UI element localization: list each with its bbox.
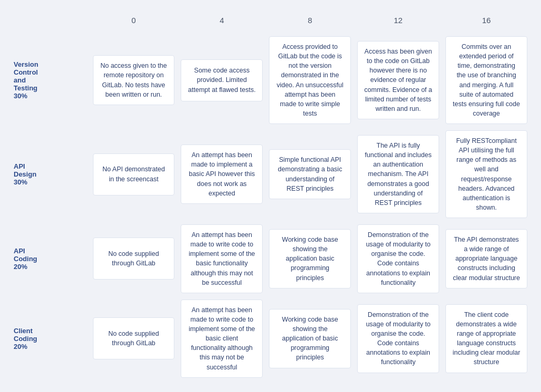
cell-box-r0-c0: No access given to the remote repository…: [93, 55, 175, 105]
row-header-0: Version Control and Testing30%: [11, 33, 90, 127]
cell-r2-c1: An attempt has been made to write code t…: [178, 221, 266, 296]
table-row: API Coding20%No code supplied through Gi…: [11, 221, 530, 296]
cell-box-r1-c1: An attempt has been made to implement a …: [181, 145, 263, 204]
col-header-4: 4: [178, 11, 266, 33]
table-row: API Design30%No API demonstrated in the …: [11, 127, 530, 221]
cell-box-r2-c0: No code supplied through GitLab: [93, 238, 175, 280]
cell-box-r3-c3: Demonstration of the usage of modularity…: [357, 304, 439, 373]
cell-box-r0-c1: Some code access provided. Limited attem…: [181, 59, 263, 101]
col-header-16: 16: [442, 11, 530, 33]
cell-box-r2-c3: Demonstration of the usage of modularity…: [357, 224, 439, 293]
col-header-0: 0: [90, 11, 178, 33]
cell-r1-c1: An attempt has been made to implement a …: [178, 127, 266, 221]
table-row: Version Control and Testing30%No access …: [11, 33, 530, 127]
cell-r2-c3: Demonstration of the usage of modularity…: [354, 221, 442, 296]
rubric-table: 0481216 Version Control and Testing30%No…: [11, 11, 530, 381]
cell-r1-c2: Simple functional API demonstrating a ba…: [266, 127, 354, 221]
cell-box-r2-c4: The API demonstrates a wide range of app…: [445, 229, 527, 288]
cell-box-r3-c0: No code supplied through GitLab: [93, 317, 175, 359]
cell-box-r3-c4: The client code demonstrates a wide rang…: [445, 304, 527, 373]
cell-r3-c0: No code supplied through GitLab: [90, 296, 178, 381]
cell-box-r0-c4: Commits over an extended period of time,…: [445, 36, 527, 124]
row-title-1: API Design30%: [14, 162, 23, 186]
cell-r0-c4: Commits over an extended period of time,…: [442, 33, 530, 127]
cell-r3-c3: Demonstration of the usage of modularity…: [354, 296, 442, 381]
cell-r1-c4: Fully RESTcompliant API utilising the fu…: [442, 127, 530, 221]
row-title-0: Version Control and Testing30%: [14, 60, 23, 100]
cell-r0-c1: Some code access provided. Limited attem…: [178, 33, 266, 127]
cell-box-r1-c3: The API is fully functional and includes…: [357, 135, 439, 213]
cell-r2-c2: Working code base showing the applicatio…: [266, 221, 354, 296]
cell-box-r3-c1: An attempt has been made to write code t…: [181, 300, 263, 378]
row-header-2: API Coding20%: [11, 221, 90, 296]
cell-box-r1-c2: Simple functional API demonstrating a ba…: [269, 149, 351, 199]
cell-box-r2-c2: Working code base showing the applicatio…: [269, 229, 351, 288]
cell-box-r2-c1: An attempt has been made to write code t…: [181, 224, 263, 293]
cell-box-r0-c2: Access provided to GitLab but the code i…: [269, 36, 351, 124]
empty-header: [11, 11, 90, 33]
cell-r0-c3: Access has been given to the code on Git…: [354, 33, 442, 127]
cell-r1-c3: The API is fully functional and includes…: [354, 127, 442, 221]
cell-r0-c2: Access provided to GitLab but the code i…: [266, 33, 354, 127]
cell-box-r0-c3: Access has been given to the code on Git…: [357, 41, 439, 119]
cell-r2-c0: No code supplied through GitLab: [90, 221, 178, 296]
cell-r3-c1: An attempt has been made to write code t…: [178, 296, 266, 381]
cell-box-r3-c2: Working code base showing the applicatio…: [269, 309, 351, 368]
col-header-12: 12: [354, 11, 442, 33]
cell-r3-c4: The client code demonstrates a wide rang…: [442, 296, 530, 381]
row-header-3: Client Coding20%: [11, 296, 90, 381]
cell-r0-c0: No access given to the remote repository…: [90, 33, 178, 127]
cell-box-r1-c0: No API demonstrated in the screencast: [93, 153, 175, 195]
row-header-1: API Design30%: [11, 127, 90, 221]
cell-r3-c2: Working code base showing the applicatio…: [266, 296, 354, 381]
cell-r1-c0: No API demonstrated in the screencast: [90, 127, 178, 221]
row-title-3: Client Coding20%: [14, 327, 23, 350]
col-header-8: 8: [266, 11, 354, 33]
row-title-2: API Coding20%: [14, 247, 23, 271]
cell-r2-c4: The API demonstrates a wide range of app…: [442, 221, 530, 296]
table-row: Client Coding20%No code supplied through…: [11, 296, 530, 381]
cell-box-r1-c4: Fully RESTcompliant API utilising the fu…: [445, 130, 527, 218]
